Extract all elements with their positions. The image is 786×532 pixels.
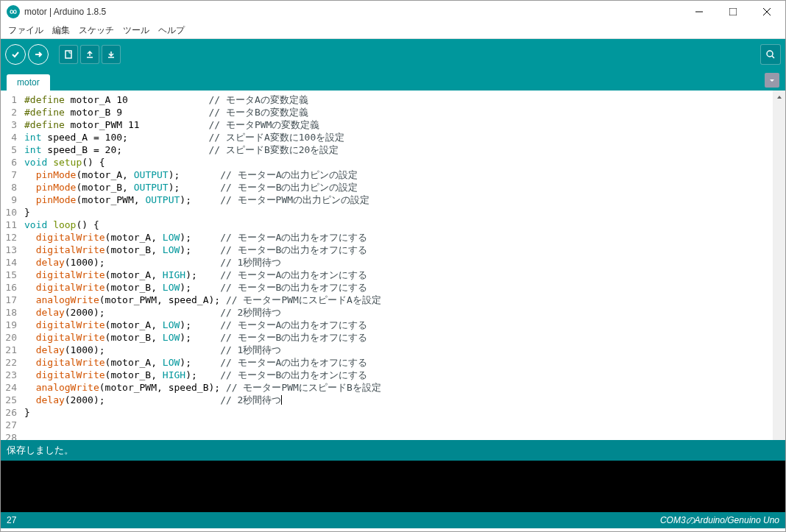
code-line[interactable]: #define motor_A 10 // モータAの変数定義 <box>24 93 785 106</box>
line-number: 27 <box>1 419 17 431</box>
code-line[interactable]: digitalWrite(motor_B, LOW); // モーターBの出力を… <box>24 244 785 256</box>
code-line[interactable]: analogWrite(motor_PWM, speed_B); // モーター… <box>24 381 785 394</box>
code-line[interactable]: delay(1000); // 1秒間待つ <box>24 344 785 356</box>
line-number: 22 <box>1 356 17 369</box>
line-number: 3 <box>1 118 17 131</box>
line-number: 18 <box>1 306 17 319</box>
code-line[interactable]: pinMode(motor_PWM, OUTPUT); // モーターPWMの出… <box>24 194 785 206</box>
menu-sketch[interactable]: スケッチ <box>76 23 117 38</box>
tab-menu-button[interactable] <box>765 73 779 88</box>
line-number: 26 <box>1 406 17 419</box>
text-cursor <box>281 395 282 405</box>
verify-button[interactable] <box>5 44 26 65</box>
code-line[interactable]: pinMode(motor_A, OUTPUT); // モーターAの出力ピンの… <box>24 169 785 181</box>
open-button[interactable] <box>80 45 99 64</box>
code-line[interactable]: } <box>24 406 785 419</box>
serial-monitor-button[interactable] <box>760 44 781 65</box>
line-number: 25 <box>1 394 17 406</box>
code-line[interactable]: digitalWrite(motor_A, LOW); // モーターAの出力を… <box>24 356 785 369</box>
titlebar[interactable]: motor | Arduino 1.8.5 <box>1 1 785 23</box>
line-number: 14 <box>1 256 17 269</box>
code-line[interactable]: delay(1000); // 1秒間待つ <box>24 256 785 269</box>
toolbar <box>1 39 785 70</box>
line-number: 28 <box>1 431 17 440</box>
menu-file[interactable]: ファイル <box>5 23 46 38</box>
footer: 27 COM3のArduino/Genuino Uno <box>1 512 785 528</box>
code-line[interactable]: digitalWrite(motor_A, LOW); // モーターAの出力を… <box>24 231 785 244</box>
svg-line-8 <box>772 56 774 58</box>
console[interactable] <box>1 461 785 512</box>
code-area[interactable]: #define motor_A 10 // モータAの変数定義#define m… <box>21 91 785 440</box>
menu-edit[interactable]: 編集 <box>49 23 73 38</box>
line-number: 9 <box>1 194 17 206</box>
maximize-button[interactable] <box>716 1 750 23</box>
upload-button[interactable] <box>28 44 49 65</box>
menubar: ファイル 編集 スケッチ ツール ヘルプ <box>1 23 785 39</box>
line-number: 7 <box>1 169 17 181</box>
svg-rect-4 <box>66 51 71 58</box>
save-button[interactable] <box>102 45 121 64</box>
code-line[interactable]: void loop() { <box>24 219 785 231</box>
line-number: 23 <box>1 369 17 381</box>
code-line[interactable]: digitalWrite(motor_B, LOW); // モーターBの出力を… <box>24 331 785 344</box>
menu-tools[interactable]: ツール <box>120 23 152 38</box>
line-number: 10 <box>1 206 17 219</box>
line-number: 24 <box>1 381 17 394</box>
editor[interactable]: 1234567891011121314151617181920212223242… <box>1 91 785 440</box>
code-line[interactable]: analogWrite(motor_PWM, speed_A); // モーター… <box>24 294 785 306</box>
tab-motor[interactable]: motor <box>7 74 50 91</box>
line-number: 12 <box>1 231 17 244</box>
code-line[interactable]: digitalWrite(motor_A, LOW); // モーターAの出力を… <box>24 319 785 331</box>
line-number: 20 <box>1 331 17 344</box>
vertical-scrollbar[interactable] <box>773 91 785 440</box>
status-bar: 保存しました。 <box>1 440 785 461</box>
cursor-line: 27 <box>7 515 16 525</box>
code-line[interactable]: int speed_B = 20; // スピードB変数に20を設定 <box>24 143 785 156</box>
menu-help[interactable]: ヘルプ <box>155 23 188 38</box>
line-number: 16 <box>1 281 17 294</box>
line-number: 19 <box>1 319 17 331</box>
line-number: 15 <box>1 269 17 281</box>
tab-bar: motor <box>1 70 785 91</box>
line-number: 17 <box>1 294 17 306</box>
code-line[interactable]: int speed_A = 100; // スピードA変数に100を設定 <box>24 131 785 143</box>
line-number-gutter: 1234567891011121314151617181920212223242… <box>1 91 21 440</box>
arduino-logo-icon <box>7 5 20 18</box>
line-number: 5 <box>1 143 17 156</box>
code-line[interactable]: digitalWrite(motor_A, HIGH); // モーターAの出力… <box>24 269 785 281</box>
code-line[interactable]: #define motor_PWM 11 // モータPWMの変数定義 <box>24 118 785 131</box>
svg-point-7 <box>767 51 773 57</box>
code-line[interactable]: void setup() { <box>24 156 785 169</box>
svg-rect-1 <box>729 8 737 15</box>
code-line[interactable]: delay(2000); // 2秒間待つ <box>24 306 785 319</box>
line-number: 21 <box>1 344 17 356</box>
code-line[interactable]: pinMode(motor_B, OUTPUT); // モーターBの出力ピンの… <box>24 181 785 194</box>
minimize-button[interactable] <box>682 1 716 23</box>
line-number: 6 <box>1 156 17 169</box>
line-number: 1 <box>1 93 17 106</box>
board-info: COM3のArduino/Genuino Uno <box>660 514 779 527</box>
close-button[interactable] <box>750 1 784 23</box>
line-number: 11 <box>1 219 17 231</box>
code-line[interactable]: digitalWrite(motor_B, LOW); // モーターBの出力を… <box>24 281 785 294</box>
scroll-up-arrow[interactable] <box>773 91 785 103</box>
code-line[interactable]: } <box>24 206 785 219</box>
line-number: 13 <box>1 244 17 256</box>
code-line[interactable]: delay(2000); // 2秒間待つ <box>24 394 785 406</box>
line-number: 4 <box>1 131 17 143</box>
code-line[interactable]: #define motor_B 9 // モータBの変数定義 <box>24 106 785 118</box>
code-line[interactable]: digitalWrite(motor_B, HIGH); // モーターBの出力… <box>24 369 785 381</box>
line-number: 8 <box>1 181 17 194</box>
new-button[interactable] <box>59 45 78 64</box>
window-title: motor | Arduino 1.8.5 <box>24 7 682 17</box>
line-number: 2 <box>1 106 17 118</box>
